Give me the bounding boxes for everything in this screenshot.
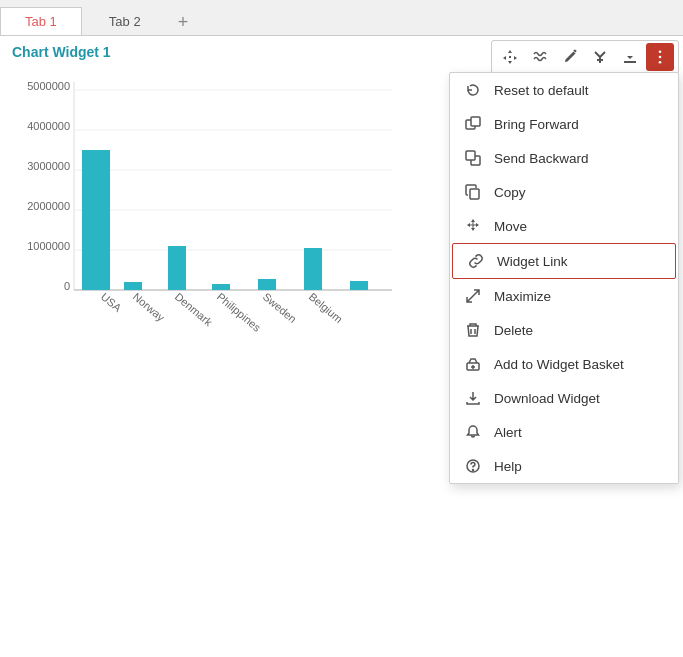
menu-label-help: Help xyxy=(494,459,664,474)
menu-label-bring-forward: Bring Forward xyxy=(494,117,664,132)
svg-text:Sweden: Sweden xyxy=(261,290,299,325)
toolbar-move-button[interactable] xyxy=(496,43,524,71)
menu-item-maximize[interactable]: Maximize xyxy=(450,279,678,313)
help-icon xyxy=(464,457,482,475)
alert-icon xyxy=(464,423,482,441)
menu-item-download-widget[interactable]: Download Widget xyxy=(450,381,678,415)
svg-rect-36 xyxy=(466,151,475,160)
toolbar-more-button[interactable] xyxy=(646,43,674,71)
svg-rect-21 xyxy=(124,282,142,290)
svg-text:5000000: 5000000 xyxy=(27,80,70,92)
toolbar-download-button[interactable] xyxy=(616,43,644,71)
menu-item-bring-forward[interactable]: Bring Forward xyxy=(450,107,678,141)
menu-item-alert[interactable]: Alert xyxy=(450,415,678,449)
menu-item-send-backward[interactable]: Send Backward xyxy=(450,141,678,175)
send-backward-icon xyxy=(464,149,482,167)
svg-point-5 xyxy=(659,56,662,59)
svg-rect-37 xyxy=(470,189,479,199)
menu-label-add-basket: Add to Widget Basket xyxy=(494,357,664,372)
move-menu-icon xyxy=(464,217,482,235)
menu-label-reset: Reset to default xyxy=(494,83,664,98)
svg-text:1000000: 1000000 xyxy=(27,240,70,252)
reset-icon xyxy=(464,81,482,99)
content-area: Chart Widget 1 5000000 4000 xyxy=(0,36,683,657)
menu-label-widget-link: Widget Link xyxy=(497,254,661,269)
svg-point-40 xyxy=(473,470,474,471)
menu-label-maximize: Maximize xyxy=(494,289,664,304)
menu-label-delete: Delete xyxy=(494,323,664,338)
toolbar-select-button[interactable] xyxy=(526,43,554,71)
svg-text:USA: USA xyxy=(99,290,125,314)
menu-item-help[interactable]: Help xyxy=(450,449,678,483)
toolbar-tools-button[interactable] xyxy=(586,43,614,71)
svg-rect-24 xyxy=(258,279,276,290)
menu-item-widget-link[interactable]: Widget Link xyxy=(452,243,676,279)
menu-label-download-widget: Download Widget xyxy=(494,391,664,406)
download-widget-icon xyxy=(464,389,482,407)
dropdown-menu: Reset to default Bring Forward Send Back… xyxy=(449,72,679,484)
svg-text:3000000: 3000000 xyxy=(27,160,70,172)
menu-item-add-basket[interactable]: Add to Widget Basket xyxy=(450,347,678,381)
toolbar xyxy=(491,40,679,74)
menu-item-move[interactable]: Move xyxy=(450,209,678,243)
svg-text:Belgium: Belgium xyxy=(307,290,345,325)
tab-2[interactable]: Tab 2 xyxy=(84,7,166,35)
menu-item-copy[interactable]: Copy xyxy=(450,175,678,209)
svg-text:Denmark: Denmark xyxy=(173,290,215,328)
menu-label-move: Move xyxy=(494,219,664,234)
svg-text:4000000: 4000000 xyxy=(27,120,70,132)
svg-text:Philippines: Philippines xyxy=(215,290,264,334)
svg-line-1 xyxy=(600,52,605,57)
svg-text:0: 0 xyxy=(64,280,70,292)
delete-icon xyxy=(464,321,482,339)
menu-label-send-backward: Send Backward xyxy=(494,151,664,166)
svg-text:Norway: Norway xyxy=(131,290,168,323)
svg-line-0 xyxy=(595,52,600,57)
menu-item-delete[interactable]: Delete xyxy=(450,313,678,347)
copy-icon xyxy=(464,183,482,201)
svg-point-4 xyxy=(659,50,662,53)
toolbar-edit-button[interactable] xyxy=(556,43,584,71)
svg-point-6 xyxy=(659,61,662,64)
svg-text:2000000: 2000000 xyxy=(27,200,70,212)
tab-add-button[interactable]: + xyxy=(168,9,199,35)
svg-rect-26 xyxy=(350,281,368,290)
menu-label-alert: Alert xyxy=(494,425,664,440)
svg-rect-20 xyxy=(82,150,110,290)
maximize-icon xyxy=(464,287,482,305)
tab-1[interactable]: Tab 1 xyxy=(0,7,82,35)
svg-rect-22 xyxy=(168,246,186,290)
svg-rect-34 xyxy=(471,117,480,126)
widget-link-icon xyxy=(467,252,485,270)
svg-rect-23 xyxy=(212,284,230,290)
bring-forward-icon xyxy=(464,115,482,133)
chart-svg: 5000000 4000000 3000000 2000000 1000000 … xyxy=(12,72,402,352)
menu-label-copy: Copy xyxy=(494,185,664,200)
tab-bar: Tab 1 Tab 2 + xyxy=(0,0,683,36)
menu-item-reset[interactable]: Reset to default xyxy=(450,73,678,107)
add-basket-icon xyxy=(464,355,482,373)
svg-rect-25 xyxy=(304,248,322,290)
